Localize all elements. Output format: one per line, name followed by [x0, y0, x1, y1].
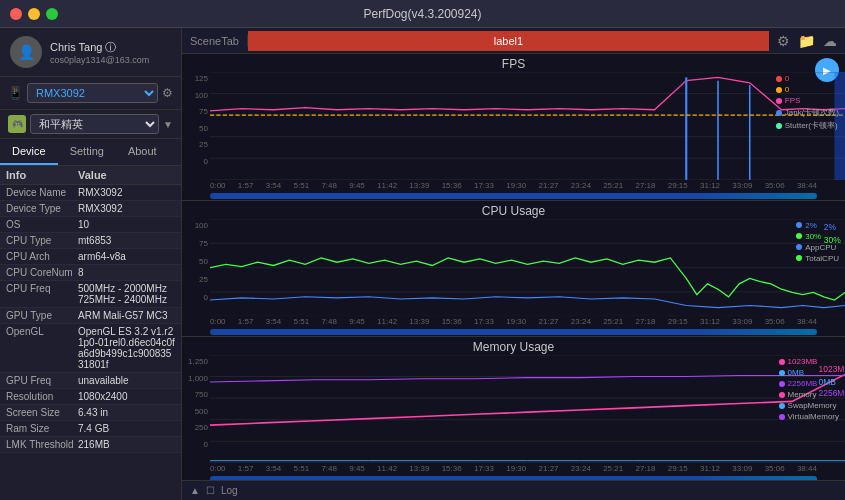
- info-key: CPU Type: [6, 235, 78, 246]
- chevron-down-icon: ▼: [163, 119, 173, 130]
- user-section: 👤 Chris Tang ⓘ cos0play1314@163.com: [0, 28, 181, 77]
- table-row: LMK Threshold216MB: [0, 437, 181, 453]
- table-row: Resolution1080x2400: [0, 389, 181, 405]
- main-layout: 👤 Chris Tang ⓘ cos0play1314@163.com 📱 RM…: [0, 28, 845, 500]
- tab-about[interactable]: About: [116, 139, 169, 165]
- info-value: OpenGL ES 3.2 v1.r21p0-01rel0.d6ec04c0fa…: [78, 326, 175, 370]
- app-title: PerfDog(v4.3.200924): [363, 7, 481, 21]
- memory-xaxis: 0:001:573:545:517:489:4511:4213:3915:361…: [182, 463, 845, 475]
- info-key: CPU Arch: [6, 251, 78, 262]
- sidebar: 👤 Chris Tang ⓘ cos0play1314@163.com 📱 RM…: [0, 28, 182, 500]
- table-row: Screen Size6.43 in: [0, 405, 181, 421]
- game-select[interactable]: 和平精英: [30, 114, 159, 134]
- info-value: RMX3092: [78, 203, 175, 214]
- log-label: Log: [221, 485, 238, 496]
- settings-icon[interactable]: ⚙: [162, 86, 173, 100]
- info-value: 8: [78, 267, 175, 278]
- tab-setting[interactable]: Setting: [58, 139, 116, 165]
- scene-tab-label[interactable]: SceneTab: [182, 35, 248, 47]
- memory-chart-panel: Memory Usage 1,2501,0007505002500: [182, 337, 845, 480]
- fps-chart-title: FPS: [182, 54, 845, 72]
- tabs-row: Device Setting About: [0, 139, 181, 166]
- info-key: CPU Freq: [6, 283, 78, 294]
- memory-chart-title: Memory Usage: [182, 337, 845, 355]
- info-value: mt6853: [78, 235, 175, 246]
- expand-icon[interactable]: ▲: [190, 485, 200, 496]
- scene-tab-active[interactable]: label1: [248, 31, 769, 51]
- info-value: ARM Mali-G57 MC3: [78, 310, 175, 321]
- titlebar-buttons: [10, 8, 58, 20]
- memory-svg: 1023MB 0MB 2256MB: [210, 355, 845, 463]
- info-value: 1080x2400: [78, 391, 175, 402]
- top-icons: ⚙ 📁 ☁: [769, 33, 845, 49]
- table-row: CPU Typemt6853: [0, 233, 181, 249]
- settings-icon[interactable]: ⚙: [777, 33, 790, 49]
- info-key: Device Name: [6, 187, 78, 198]
- table-row: OS10: [0, 217, 181, 233]
- game-icon: 🎮: [8, 115, 26, 133]
- checkbox-icon[interactable]: ☐: [206, 485, 215, 496]
- info-key: GPU Type: [6, 310, 78, 321]
- chart-container: FPS ▶ 1251007550250: [182, 54, 845, 480]
- cpu-legend: 2% 30% AppCPU TotalCPU: [796, 221, 839, 263]
- cpu-chart-title: CPU Usage: [182, 201, 845, 219]
- table-row: OpenGLOpenGL ES 3.2 v1.r21p0-01rel0.d6ec…: [0, 324, 181, 373]
- memory-scrollbar[interactable]: [210, 476, 817, 480]
- table-row: CPU Archarm64-v8a: [0, 249, 181, 265]
- device-icon: 📱: [8, 86, 23, 100]
- info-key: OpenGL: [6, 326, 78, 337]
- table-row: Ram Size7.4 GB: [0, 421, 181, 437]
- info-key: OS: [6, 219, 78, 230]
- minimize-button[interactable]: [28, 8, 40, 20]
- memory-legend: 1023MB 0MB 2256MB Memory SwapMemory Virt…: [779, 357, 839, 421]
- cpu-chart-area: 1007550250: [182, 219, 845, 316]
- user-name: Chris Tang ⓘ: [50, 40, 149, 55]
- fps-xaxis: 0:001:573:545:517:489:4511:4213:3915:361…: [182, 180, 845, 192]
- cloud-icon[interactable]: ☁: [823, 33, 837, 49]
- maximize-button[interactable]: [46, 8, 58, 20]
- info-value: 10: [78, 219, 175, 230]
- cpu-scrollbar[interactable]: [210, 329, 817, 335]
- info-key: Ram Size: [6, 423, 78, 434]
- info-table-header: Info Value: [0, 166, 181, 185]
- memory-chart-area: 1,2501,0007505002500: [182, 355, 845, 463]
- info-value: arm64-v8a: [78, 251, 175, 262]
- game-select-row: 🎮 和平精英 ▼: [0, 110, 181, 139]
- close-button[interactable]: [10, 8, 22, 20]
- cpu-chart-panel: CPU Usage 1007550250: [182, 201, 845, 337]
- avatar: 👤: [10, 36, 42, 68]
- info-key: Screen Size: [6, 407, 78, 418]
- cpu-yaxis: 1007550250: [182, 219, 210, 316]
- fps-chart-area: 1251007550250: [182, 72, 845, 180]
- info-value: 216MB: [78, 439, 175, 450]
- titlebar: PerfDog(v4.3.200924): [0, 0, 845, 28]
- memory-svg-area: 1023MB 0MB 2256MB 1023MB 0MB 2256MB Memo…: [210, 355, 845, 463]
- device-select-row: 📱 RMX3092 ⚙: [0, 77, 181, 110]
- info-key: CPU CoreNum: [6, 267, 78, 278]
- tab-device[interactable]: Device: [0, 139, 58, 165]
- table-row: CPU CoreNum8: [0, 265, 181, 281]
- info-value: 500MHz - 2000MHz 725MHz - 2400MHz: [78, 283, 175, 305]
- device-select[interactable]: RMX3092: [27, 83, 158, 103]
- info-value: 6.43 in: [78, 407, 175, 418]
- table-row: CPU Freq500MHz - 2000MHz 725MHz - 2400MH…: [0, 281, 181, 308]
- col-val-header: Value: [78, 169, 175, 181]
- col-info-header: Info: [6, 169, 78, 181]
- info-key: LMK Threshold: [6, 439, 78, 450]
- info-value: unavailable: [78, 375, 175, 386]
- info-key: GPU Freq: [6, 375, 78, 386]
- user-info: Chris Tang ⓘ cos0play1314@163.com: [50, 40, 149, 65]
- info-value: RMX3092: [78, 187, 175, 198]
- cpu-svg-area: 2% 30% 2% 30% AppCPU TotalCPU: [210, 219, 845, 316]
- info-table: Device NameRMX3092Device TypeRMX3092OS10…: [0, 185, 181, 500]
- fps-svg: [210, 72, 845, 180]
- log-bar: ▲ ☐ Log: [182, 480, 845, 500]
- table-row: Device NameRMX3092: [0, 185, 181, 201]
- memory-yaxis: 1,2501,0007505002500: [182, 355, 210, 463]
- fps-scrollbar[interactable]: [210, 193, 817, 199]
- info-key: Device Type: [6, 203, 78, 214]
- fps-yaxis: 1251007550250: [182, 72, 210, 180]
- content-area: SceneTab label1 ⚙ 📁 ☁ FPS ▶ 125100755025…: [182, 28, 845, 500]
- folder-icon[interactable]: 📁: [798, 33, 815, 49]
- info-key: Resolution: [6, 391, 78, 402]
